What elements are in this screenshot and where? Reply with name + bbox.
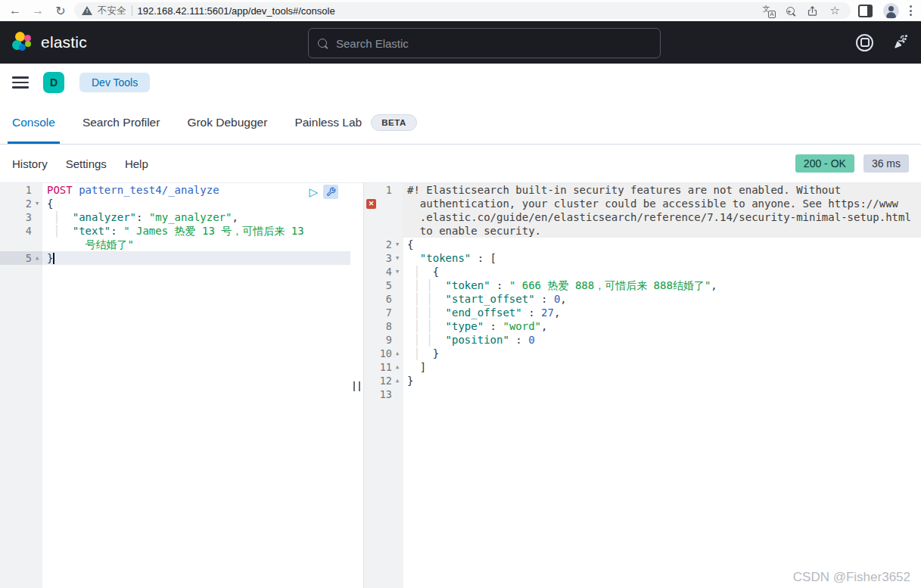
- code-row[interactable]: 号结婚了": [0, 238, 350, 251]
- tab-grok-debugger[interactable]: Grok Debugger: [182, 101, 272, 144]
- code-token: ,: [232, 211, 238, 223]
- code-token: 0: [528, 334, 534, 346]
- line-number: 2: [0, 197, 32, 210]
- page-url: 192.168.42.111:5601/app/dev_tools#/conso…: [138, 5, 335, 17]
- fold-toggle-icon[interactable]: ▾: [392, 238, 403, 251]
- line-number: 1: [363, 183, 392, 197]
- fold-toggle-icon[interactable]: ▾: [392, 251, 403, 265]
- code-row: 3▾ "tokens" : [: [363, 251, 921, 265]
- code-row[interactable]: 4 │ "text": " James 热爱 13 号，可惜后来 13: [0, 224, 350, 238]
- code-row: 6 │ │ "start_offset" : 0,: [363, 292, 921, 306]
- code-token: 27: [541, 306, 554, 319]
- url-bar[interactable]: ! 不安全 192.168.42.111:5601/app/dev_tools#…: [74, 2, 851, 19]
- code-token: "my_analyzer": [149, 211, 232, 223]
- code-token: "word": [503, 320, 541, 332]
- panel-splitter[interactable]: [350, 183, 363, 588]
- fold-toggle-icon[interactable]: ▴: [32, 251, 42, 265]
- browser-controls: [855, 3, 915, 19]
- space-avatar[interactable]: D: [43, 72, 64, 93]
- elastic-header: elastic: [0, 21, 921, 64]
- code-token: " 666 热爱 888，可惜后来 888结婚了": [509, 279, 711, 291]
- code-row: ✕ authentication, your cluster could be …: [363, 197, 921, 210]
- elastic-logo-icon[interactable]: [12, 32, 33, 53]
- gutter-cell: 3: [0, 210, 42, 224]
- code-line: │ │ "end_offset" : 27,: [403, 306, 921, 319]
- browser-reload-button[interactable]: ↻: [51, 2, 70, 19]
- code-line: │ }: [403, 347, 921, 360]
- global-search-input[interactable]: [334, 36, 651, 51]
- line-number: 5: [0, 251, 32, 265]
- send-request-button[interactable]: ▷: [309, 185, 318, 199]
- code-token: POST: [47, 184, 73, 196]
- code-token: [47, 238, 86, 250]
- request-options-button[interactable]: [323, 185, 338, 199]
- fold-toggle-icon[interactable]: ▴: [392, 347, 403, 360]
- tab-search-profiler[interactable]: Search Profiler: [78, 101, 165, 144]
- newsfeed-icon[interactable]: [893, 33, 909, 52]
- code-token: :: [522, 306, 541, 319]
- profile-avatar[interactable]: [883, 3, 899, 19]
- fold-toggle-icon[interactable]: ▾: [32, 197, 42, 210]
- code-line: │ "analyzer": "my_analyzer",: [42, 210, 350, 224]
- global-search[interactable]: [308, 28, 661, 58]
- tab-console[interactable]: Console: [8, 101, 60, 144]
- gutter-cell: 8: [363, 319, 403, 333]
- security-warning-icon[interactable]: !: [82, 6, 92, 15]
- fold-toggle-icon[interactable]: ▴: [392, 374, 403, 387]
- line-number: 5: [363, 278, 392, 292]
- line-number: 8: [363, 319, 392, 333]
- history-button[interactable]: History: [12, 157, 48, 170]
- code-row[interactable]: 5▴}: [0, 251, 350, 265]
- help-icon[interactable]: [856, 34, 873, 51]
- code-token: #! Elasticsearch built-in security featu…: [407, 184, 841, 196]
- browser-back-button[interactable]: ←: [6, 2, 24, 19]
- gutter-cell: [363, 224, 403, 238]
- breadcrumb-dev-tools[interactable]: Dev Tools: [79, 73, 150, 92]
- code-token: :: [490, 279, 509, 291]
- translate-icon[interactable]: 文A: [763, 5, 774, 17]
- browser-menu-icon[interactable]: [910, 5, 912, 16]
- code-token: {: [433, 266, 439, 278]
- menu-toggle-icon[interactable]: [12, 76, 29, 89]
- console-toolbar: History Settings Help 200 - OK 36 ms: [0, 145, 921, 183]
- code-token: "end_offset": [446, 306, 522, 319]
- browser-forward-button[interactable]: →: [29, 2, 47, 19]
- code-token: "token": [446, 279, 490, 291]
- tab-painless-lab[interactable]: Painless Lab BETA: [290, 101, 422, 144]
- fold-toggle-icon[interactable]: ▾: [392, 265, 403, 278]
- code-line: }: [42, 251, 350, 265]
- line-number: 13: [363, 387, 392, 401]
- security-label: 不安全: [98, 5, 126, 17]
- code-token: │: [47, 211, 73, 223]
- code-token: 号结婚了": [86, 238, 134, 250]
- code-row[interactable]: 3 │ "analyzer": "my_analyzer",: [0, 210, 350, 224]
- gutter-cell: 10▴: [363, 347, 403, 360]
- code-token: │ │: [407, 306, 446, 319]
- bookmark-star-icon[interactable]: ☆: [830, 5, 840, 16]
- line-number: 1: [0, 183, 32, 197]
- code-row[interactable]: 2▾{: [0, 197, 350, 210]
- zoom-icon[interactable]: +: [786, 7, 795, 15]
- gutter-cell: [363, 210, 403, 224]
- gutter-cell: 11▴: [363, 360, 403, 374]
- line-number: 10: [363, 347, 392, 360]
- gutter-cell: 1: [0, 183, 42, 197]
- line-number: 4: [363, 265, 392, 278]
- kibana-dev-tools-page: ← → ↻ ! 不安全 192.168.42.111:5601/app/dev_…: [0, 0, 921, 588]
- code-token: │: [47, 225, 73, 237]
- watermark: CSDN @Fisher3652: [793, 570, 910, 585]
- line-number: 7: [363, 306, 392, 319]
- code-row: 8 │ │ "type" : "word",: [363, 319, 921, 333]
- fold-toggle-icon[interactable]: ▴: [392, 360, 403, 374]
- help-button[interactable]: Help: [125, 157, 148, 170]
- code-token: ,: [560, 293, 566, 305]
- code-token: to enable security.: [407, 225, 541, 237]
- settings-button[interactable]: Settings: [66, 157, 107, 170]
- code-row[interactable]: 1POST pattern_test4/_analyze: [0, 183, 350, 197]
- gutter-cell: 13: [363, 387, 403, 401]
- dev-tools-tabs: Console Search Profiler Grok Debugger Pa…: [0, 101, 921, 145]
- share-icon[interactable]: [807, 5, 818, 17]
- request-editor[interactable]: ▷ 1POST pattern_test4/_analyze2▾{3 │ "an…: [0, 183, 350, 588]
- side-panel-icon[interactable]: [858, 5, 873, 17]
- code-line: │ "text": " James 热爱 13 号，可惜后来 13: [42, 224, 350, 238]
